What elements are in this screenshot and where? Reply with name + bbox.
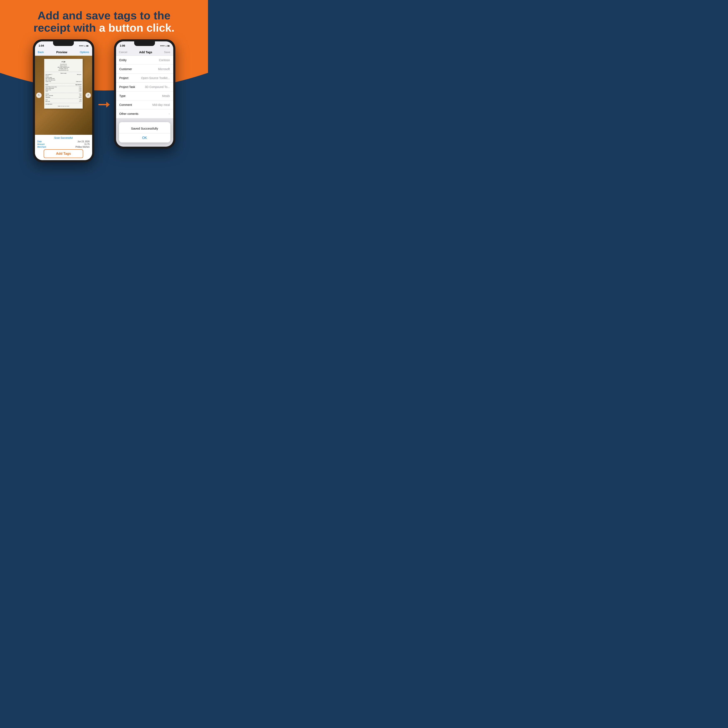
receipt-total-label: Total due: [46, 96, 50, 98]
tag-row-customer[interactable]: Customer Microsoft [116, 65, 173, 73]
status-icons-right: ●●●● ▴ ▮▮ [160, 45, 170, 47]
amount-label: Amount [37, 143, 44, 145]
headline-line2-prefix: receipt with [34, 21, 99, 34]
merchant-value: Philliez Kitchen [75, 146, 90, 148]
tag-row-project[interactable]: Project Open-Source Toolkit... [116, 73, 173, 83]
receipt-subtotal-value: 14.30 [79, 93, 81, 95]
tag-row-type[interactable]: Type Meals [116, 92, 173, 101]
headline: Add and save tags to the receipt with a … [11, 9, 197, 34]
phone-left-options[interactable]: Options [80, 50, 89, 54]
tag-row-other[interactable]: Other coments - [116, 109, 173, 118]
receipt-item3: Regular Fries [46, 89, 51, 91]
tag-value-project: Open-Source Toolkit... [141, 76, 170, 80]
receipt-card-value: 11.75 [79, 101, 81, 102]
receipt-name-col: Name [46, 84, 49, 86]
receipt-item4-price: 2.60 [80, 91, 81, 92]
receipt-order: Order No. 13 [76, 81, 81, 83]
receipt-till-open: Till shift is open: [46, 77, 81, 78]
receipt-main-group: Main grou: [77, 74, 81, 75]
tag-label-project: Project [119, 76, 128, 80]
rotate-right-button[interactable]: ↺ [86, 93, 91, 98]
receipt-discount-label: Fries + Lemonade [46, 95, 53, 96]
receipt-phone: Tel el 016 115 [46, 64, 81, 65]
receipt-total-value: 11.75 [79, 96, 81, 98]
receipt-city: Clondalkin, Dublin 22 [46, 68, 81, 70]
headline-line1: Add and save tags to the [37, 9, 170, 21]
phone-left-back[interactable]: Back [38, 50, 44, 54]
tag-label-customer: Customer [119, 67, 132, 71]
dialog-overlay: Saved Successfully OK [116, 118, 173, 147]
add-tags-button[interactable]: Add Tags [44, 149, 83, 158]
svg-rect-0 [98, 104, 107, 105]
amount-value: 11.75 [84, 143, 89, 145]
bottom-info: Scan Successful Date Jun 23, 2020 Amount… [35, 135, 92, 160]
receipt-paper: # 19 Tel el 016 115 Philliez Kitchen Lif… [44, 59, 83, 109]
receipt-item4-qty: 1 [79, 91, 80, 92]
receipt-item3-qty: 1 [79, 89, 80, 90]
merchant-label: Merchant [37, 146, 46, 148]
receipt-date1: 23.06.2020 08:5 [48, 78, 55, 79]
tag-label-other: Other coments [119, 112, 139, 115]
receipt-card-label: Bank Card [46, 101, 50, 102]
tag-label-entity: Entity [119, 58, 127, 62]
tag-value-type: Meals [162, 94, 170, 98]
phone-right-notch [134, 41, 155, 46]
receipt-cash-label: Cash [46, 99, 48, 101]
phone-left: 1:04 ●●●● ▴ ▮▮ Back Preview Options # 19… [33, 39, 94, 162]
phone-left-notch [53, 41, 74, 46]
receipt-item2-price: 0.00 [80, 88, 81, 89]
tag-value-customer: Microsoft [158, 67, 170, 71]
headline-line2-highlight: a button click. [99, 21, 174, 34]
tags-cancel[interactable]: Cancel [119, 50, 127, 54]
receipt-name: Philliez Kitchen [46, 65, 81, 67]
tag-value-project-task: 3D Compound To... [145, 85, 170, 89]
dialog-message: Saved Successfully [119, 122, 170, 133]
arrow-right-icon [98, 102, 110, 107]
receipt-item1-qty: 1 [79, 87, 80, 87]
tag-value-other: - [169, 112, 170, 115]
status-icons-left: ●●●● ▴ ▮▮ [79, 45, 89, 47]
scan-success-text: Scan Successful [37, 136, 90, 139]
receipt-qty-col: Qty Amount [75, 84, 81, 86]
tag-label-project-task: Project Task [119, 85, 135, 89]
receipt-website: www.philliezkitchen.com [46, 70, 81, 71]
phone-right: 1:06 ●●●● ▴ ▮▮ Cancel Add Tags Save Enti… [114, 39, 175, 149]
receipt-cash-register: Cash register: 3 [46, 74, 52, 75]
receipt-cashier: Cashier: Amir [46, 81, 51, 83]
receipt-address: Liffey Valley shopping center [46, 67, 81, 68]
dialog-ok-button[interactable]: OK [119, 133, 170, 142]
arrow [98, 102, 110, 107]
phone-left-nav-title: Preview [57, 50, 67, 54]
tags-save[interactable]: Save [164, 50, 170, 54]
receipt-date2: 23.06.2020 13:33 [48, 80, 55, 81]
date-value: Jun 23, 2020 [78, 141, 90, 143]
receipt-area: # 19 Tel el 016 115 Philliez Kitchen Lif… [35, 56, 92, 135]
tag-label-type: Type [119, 94, 125, 98]
tag-value-entity: Contoso [159, 58, 170, 62]
tag-row-entity[interactable]: Entity Contoso [116, 56, 173, 65]
receipt-subtotal-label: Subtotal: [46, 93, 49, 95]
receipt-cash-value: 0.00 [80, 99, 81, 101]
tag-label-comment: Comment [119, 103, 132, 107]
tag-row-project-task[interactable]: Project Task 3D Compound To... [116, 83, 173, 92]
tags-list: Entity Contoso Customer Microsoft Projec… [116, 56, 173, 118]
date-label: Date [37, 141, 42, 143]
rotate-left-button[interactable]: ↻ [36, 93, 41, 98]
dialog-box: Saved Successfully OK [119, 122, 170, 142]
receipt-item2: Classic White Bread [46, 88, 54, 89]
receipt-item1-price: 8.25 [80, 87, 81, 87]
receipt-discount-value: -2.55 [79, 95, 81, 96]
receipt-item3-price: 2.95 [80, 89, 81, 90]
receipt-vat: VAT 3556736JH [46, 104, 81, 105]
receipt-section: Sales receipt [46, 73, 81, 74]
tag-row-comment[interactable]: Comment Mid-day meal [116, 101, 173, 109]
tag-value-comment: Mid-day meal [152, 103, 170, 107]
phone-right-time: 1:06 [120, 44, 125, 47]
receipt-item2-qty: 1 [79, 88, 80, 89]
receipt-number: # 19 [46, 61, 81, 63]
receipt-item4: Fanta [46, 91, 48, 92]
svg-marker-1 [106, 102, 110, 107]
receipt-item1: Steak Philliez Cheese Hero [46, 87, 57, 88]
receipt-till-shift: Till shift: [46, 75, 81, 77]
receipt-footer: THANK YOU SEE YOU SOON! [46, 106, 81, 107]
